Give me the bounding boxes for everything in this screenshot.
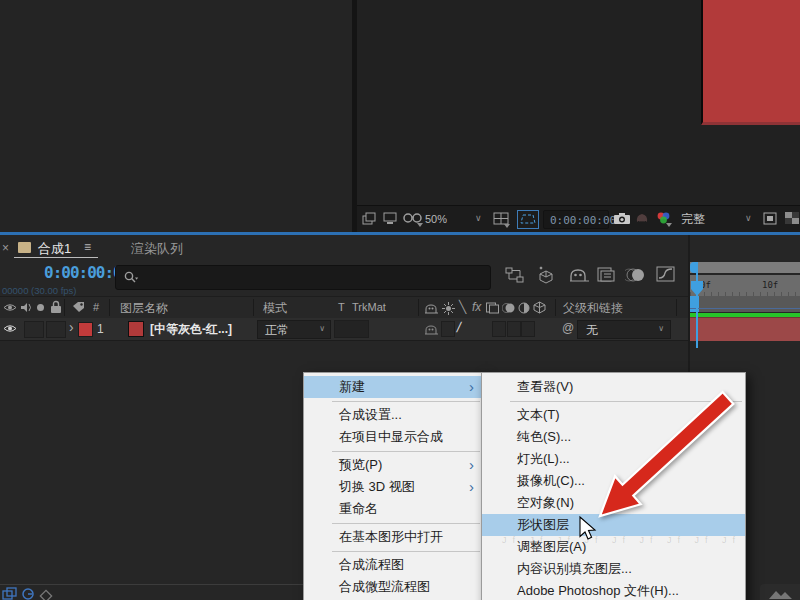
layer-expand-arrow[interactable]: ›: [69, 319, 74, 335]
menu-item-composition-flowchart[interactable]: 合成流程图: [304, 554, 483, 576]
menu-item-switch-3d-view[interactable]: 切换 3D 视图›: [304, 476, 483, 498]
tab-close-icon[interactable]: ×: [2, 241, 9, 255]
column-trkmat[interactable]: TrkMat: [352, 301, 386, 313]
resolution-chevron-icon[interactable]: ∨: [745, 213, 752, 223]
menu-item-reveal-composition-in-project[interactable]: 在项目中显示合成: [304, 426, 483, 448]
lock-icon[interactable]: [50, 300, 62, 314]
layer-label-swatch[interactable]: [78, 322, 93, 337]
submenu-arrow-icon: ›: [469, 454, 474, 475]
toggle-inout-pane-icon[interactable]: [39, 589, 53, 600]
layer-index: 1: [97, 322, 104, 336]
lock-cell[interactable]: [46, 321, 66, 338]
viewer-timecode-box[interactable]: 0:00:00:00: [543, 210, 609, 229]
layer-row[interactable]: › 1 [中等灰色-红...] 正常 ∨ / @ 无 ∨: [0, 318, 690, 341]
toggle-transfer-controls-icon[interactable]: [21, 587, 35, 600]
cube-3d-column-icon[interactable]: [533, 301, 546, 314]
menu-item-rename[interactable]: 重命名: [304, 498, 483, 520]
adjustment-layer-column-icon[interactable]: [518, 302, 530, 314]
menu-item-new[interactable]: 新建›: [304, 376, 483, 398]
menu-item-photoshop-file[interactable]: Adobe Photoshop 文件(H)...: [482, 580, 745, 600]
quality-column-icon[interactable]: ╲: [459, 300, 466, 314]
layer-visibility-eye-icon[interactable]: [3, 323, 17, 334]
cube-3d-cell[interactable]: [521, 321, 535, 337]
watermark-logo: [760, 584, 800, 600]
pickwhip-icon[interactable]: @: [562, 321, 574, 335]
transparency-grid-icon[interactable]: [763, 212, 777, 225]
column-t[interactable]: T: [338, 301, 345, 313]
motion-blur-icon[interactable]: [625, 267, 647, 283]
parent-dropdown[interactable]: 无 ∨: [577, 320, 671, 339]
column-parent-link[interactable]: 父级和链接: [563, 300, 623, 317]
time-ruler[interactable]: 0f 10f: [690, 275, 800, 296]
menu-item-light[interactable]: 灯光(L)...: [482, 448, 745, 470]
collapse-transformations-icon[interactable]: [442, 302, 455, 315]
submenu-arrow-icon: ›: [469, 376, 474, 397]
tab-render-queue[interactable]: 渲染队列: [131, 240, 183, 258]
audio-cell[interactable]: [24, 321, 44, 338]
toggle-switches-pane-icon[interactable]: [2, 587, 17, 600]
stacked-views-icon[interactable]: [362, 212, 377, 225]
watermark-artifact: Jf Jf Jf Jf Jf Jf Jf Jf Jf: [502, 535, 742, 545]
zoom-chevron-icon[interactable]: ∨: [475, 213, 482, 223]
layer-duration-bar[interactable]: [690, 317, 800, 341]
grid-guides-icon[interactable]: [493, 212, 509, 225]
trkmat-cell[interactable]: [334, 320, 369, 338]
layer-search-input[interactable]: [115, 265, 491, 290]
menu-item-preview[interactable]: 预览(P)›: [304, 454, 483, 476]
menu-item-viewer[interactable]: 查看器(V): [482, 376, 745, 398]
collapse-cell[interactable]: [441, 321, 455, 337]
zoom-level-value[interactable]: 50%: [425, 213, 447, 225]
eye-icon[interactable]: [3, 302, 17, 313]
menu-item-label: 形状图层: [517, 517, 569, 532]
menu-item-label: 纯色(S)...: [517, 429, 571, 444]
column-layer-name[interactable]: 图层名称: [120, 300, 168, 317]
monitor-icon[interactable]: [383, 212, 398, 225]
menu-item-text[interactable]: 文本(T): [482, 404, 745, 426]
frame-blending-icon[interactable]: [597, 266, 617, 283]
draft-3d-icon[interactable]: [536, 266, 556, 284]
stereo-3d-glasses-icon[interactable]: [403, 212, 423, 224]
menu-item-camera[interactable]: 摄像机(C)...: [482, 470, 745, 492]
shy-layers-icon[interactable]: [570, 268, 590, 282]
layer-name[interactable]: [中等灰色-红...]: [150, 321, 232, 338]
playhead-line[interactable]: [696, 262, 698, 348]
menu-item-null-object[interactable]: 空对象(N): [482, 492, 745, 514]
column-mode[interactable]: 模式: [263, 300, 287, 317]
menu-item-solid[interactable]: 纯色(S)...: [482, 426, 745, 448]
solo-icon[interactable]: [37, 304, 44, 311]
menu-item-label: 文本(T): [517, 407, 560, 422]
menu-item-content-aware-fill-layer[interactable]: 内容识别填充图层...: [482, 558, 745, 580]
motion-blur-column-icon[interactable]: [502, 302, 516, 314]
menu-item-label: 在项目中显示合成: [339, 429, 443, 444]
ruler-tick-10f: 10f: [762, 280, 778, 290]
mini-flowchart-icon[interactable]: [505, 267, 525, 284]
column-hash[interactable]: #: [93, 301, 99, 313]
frame-blend-column-icon[interactable]: [486, 302, 500, 314]
menu-item-composition-settings[interactable]: 合成设置...: [304, 404, 483, 426]
snapshot-camera-icon[interactable]: [613, 212, 631, 225]
menu-item-composition-mini-flowchart[interactable]: 合成微型流程图: [304, 576, 483, 598]
motion-blur-cell[interactable]: [507, 321, 521, 337]
resolution-value[interactable]: 完整: [681, 211, 705, 228]
playhead-marker[interactable]: [690, 280, 704, 297]
panel-menu-icon[interactable]: ≡: [84, 240, 91, 254]
label-icon[interactable]: [72, 301, 86, 314]
graph-editor-icon[interactable]: [656, 266, 676, 283]
menu-item-open-in-essential-graphics[interactable]: 在基本图形中打开: [304, 526, 483, 548]
blend-mode-dropdown[interactable]: 正常 ∨: [257, 320, 331, 339]
layer-quality-icon[interactable]: /: [455, 319, 462, 335]
shy-column-icon[interactable]: [425, 303, 439, 314]
show-snapshot-ghost-icon[interactable]: [635, 212, 649, 224]
layer-shy-icon[interactable]: [425, 324, 439, 335]
menu-item-shape-layer[interactable]: 形状图层: [482, 514, 745, 536]
rgb-channels-icon[interactable]: [655, 211, 672, 225]
frame-blend-cell[interactable]: [492, 321, 506, 337]
audio-icon[interactable]: [20, 301, 33, 314]
timeline-bottom-line: [0, 584, 303, 585]
checkerboard-icon[interactable]: [785, 212, 800, 225]
effects-column-icon[interactable]: fx: [472, 300, 481, 314]
work-area-band[interactable]: [690, 296, 800, 312]
region-of-interest-icon[interactable]: [517, 210, 539, 229]
tab-composition[interactable]: 合成1: [38, 240, 71, 258]
menu-item-label: Adobe Photoshop 文件(H)...: [517, 583, 679, 598]
